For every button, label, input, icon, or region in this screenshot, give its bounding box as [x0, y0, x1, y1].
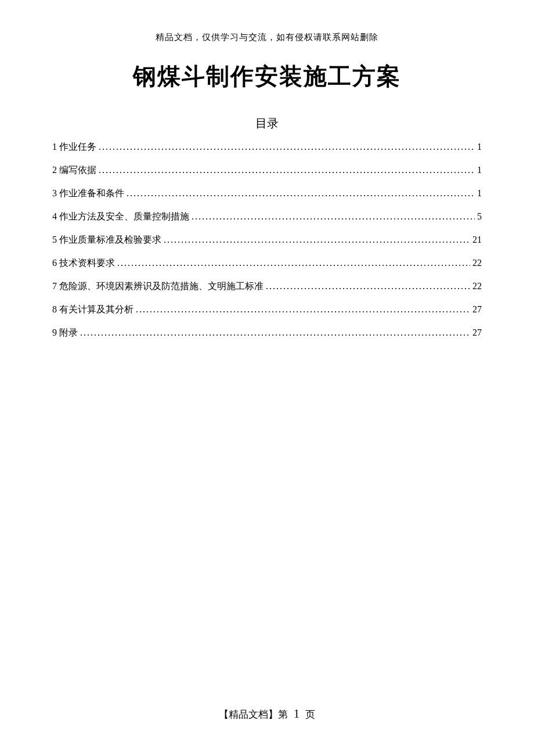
toc-item-label: 3 作业准备和条件 [52, 186, 124, 200]
document-title: 钢煤斗制作安装施工方案 [52, 60, 482, 92]
toc-dots [192, 210, 475, 224]
toc-item: 3 作业准备和条件 1 [52, 186, 482, 200]
toc-dots [99, 140, 475, 154]
toc-dots [117, 256, 470, 270]
header-notice: 精品文档，仅供学习与交流，如有侵权请联系网站删除 [52, 32, 482, 43]
toc-item-label: 2 编写依据 [52, 163, 96, 177]
toc-item: 8 有关计算及其分析 27 [52, 303, 482, 316]
toc-item: 7 危险源、环境因素辨识及防范措施、文明施工标准 22 [52, 279, 482, 293]
toc-item-page: 22 [472, 256, 482, 270]
toc-item: 1 作业任务 1 [52, 140, 482, 154]
toc-item-page: 21 [472, 233, 482, 247]
toc-list: 1 作业任务 1 2 编写依据 1 3 作业准备和条件 1 4 作业方法及安全、… [52, 140, 482, 340]
toc-item-label: 4 作业方法及安全、质量控制措施 [52, 210, 189, 224]
toc-item-label: 8 有关计算及其分析 [52, 303, 134, 316]
footer-suffix: 页 [305, 709, 315, 720]
toc-dots [136, 303, 470, 316]
toc-dots [80, 326, 470, 340]
toc-dots [164, 233, 470, 247]
toc-item-label: 1 作业任务 [52, 140, 96, 154]
toc-item: 4 作业方法及安全、质量控制措施 5 [52, 210, 482, 224]
toc-dots [99, 163, 475, 177]
toc-item: 6 技术资料要求 22 [52, 256, 482, 270]
toc-dots [266, 279, 470, 293]
toc-item-label: 7 危险源、环境因素辨识及防范措施、文明施工标准 [52, 279, 264, 293]
footer-page-number: 1 [294, 707, 300, 720]
toc-item-page: 5 [477, 210, 482, 224]
toc-item: 2 编写依据 1 [52, 163, 482, 177]
toc-item-label: 6 技术资料要求 [52, 256, 115, 270]
toc-dots [127, 186, 475, 200]
toc-item-label: 9 附录 [52, 326, 78, 340]
footer-prefix: 【精品文档】第 [219, 709, 288, 720]
toc-item-page: 27 [472, 303, 482, 316]
page-footer: 【精品文档】第 1 页 [0, 707, 534, 721]
toc-item: 5 作业质量标准及检验要求 21 [52, 233, 482, 247]
toc-item-label: 5 作业质量标准及检验要求 [52, 233, 161, 247]
toc-heading: 目录 [52, 116, 482, 131]
toc-item-page: 1 [477, 140, 482, 154]
toc-item-page: 27 [472, 326, 482, 340]
toc-item-page: 1 [477, 186, 482, 200]
toc-item-page: 22 [472, 279, 482, 293]
toc-item-page: 1 [477, 163, 482, 177]
toc-item: 9 附录 27 [52, 326, 482, 340]
